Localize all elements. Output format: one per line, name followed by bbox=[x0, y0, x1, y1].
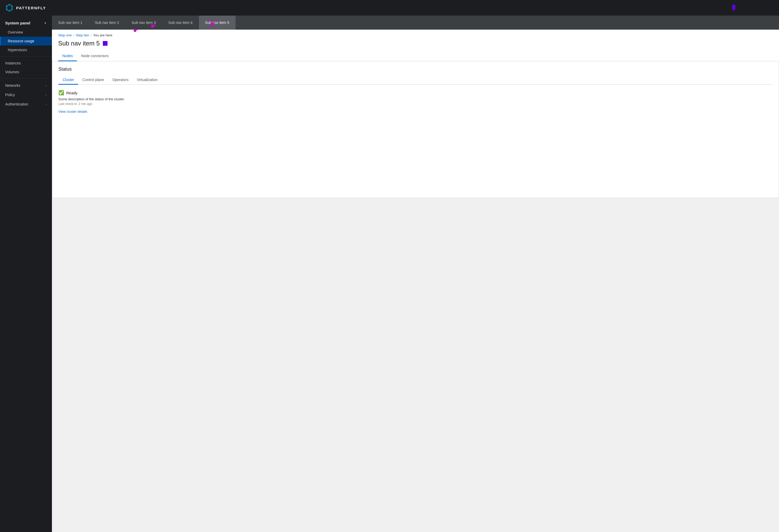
notification-area bbox=[730, 3, 737, 12]
breadcrumb-step-two[interactable]: Step two bbox=[76, 33, 89, 37]
svg-rect-8 bbox=[733, 10, 734, 11]
page-inner: Step one › Step two › You are here Sub n… bbox=[52, 29, 779, 198]
policy-chevron: › bbox=[46, 93, 47, 96]
logo-icon bbox=[5, 4, 13, 12]
authentication-chevron: › bbox=[46, 103, 47, 106]
view-cluster-details-link[interactable]: View cluster details bbox=[58, 110, 87, 114]
app-name: PATTERNFLY bbox=[16, 6, 46, 10]
status-tab-cluster[interactable]: Cluster bbox=[58, 75, 78, 85]
ready-text: Ready bbox=[66, 91, 77, 95]
system-panel-chevron: ▼ bbox=[44, 21, 47, 25]
status-tab-operators[interactable]: Operators bbox=[108, 75, 133, 85]
sidebar-divider-2 bbox=[0, 78, 52, 79]
notification-icon bbox=[730, 3, 737, 11]
logo-area: PATTERNFLY bbox=[5, 4, 46, 12]
system-panel-header[interactable]: System panel ▼ bbox=[0, 18, 52, 28]
status-description: Some description of the status of the cl… bbox=[58, 97, 773, 101]
sidebar-item-authentication[interactable]: Authentication › bbox=[0, 100, 52, 109]
page-footer-space bbox=[52, 198, 779, 250]
page-title-badge bbox=[103, 41, 108, 46]
inner-tabs: Nodes Node connectors bbox=[52, 51, 779, 61]
top-navbar: PATTERNFLY bbox=[0, 0, 779, 15]
status-tabs: Cluster Control plane Operators Virtuali… bbox=[58, 75, 773, 85]
breadcrumb-sep-2: › bbox=[91, 34, 92, 37]
sub-nav-tab-4[interactable]: Sub nav item 4 bbox=[162, 15, 199, 29]
sub-nav-tab-5[interactable]: Sub nav item 5 bbox=[199, 15, 236, 29]
sidebar-item-volumes[interactable]: Volumes bbox=[0, 67, 52, 76]
networks-chevron: › bbox=[46, 84, 47, 87]
sidebar-divider-1 bbox=[0, 56, 52, 57]
sidebar-item-hypervisors[interactable]: Hypervisors bbox=[0, 46, 52, 54]
breadcrumb-sep-1: › bbox=[73, 34, 74, 37]
content-area: Sub nav item 1 Sub nav item 2 Sub nav it… bbox=[52, 15, 779, 532]
sidebar-item-networks[interactable]: Networks › bbox=[0, 81, 52, 90]
status-content: ✅ Ready Some description of the status o… bbox=[58, 89, 773, 115]
sidebar-item-overview[interactable]: Overview bbox=[0, 28, 52, 37]
tab-nodes[interactable]: Nodes bbox=[58, 51, 77, 61]
sidebar-item-instances[interactable]: Instances bbox=[0, 59, 52, 67]
card-spacer bbox=[52, 120, 779, 198]
breadcrumb: Step one › Step two › You are here bbox=[52, 29, 779, 37]
sub-nav: Sub nav item 1 Sub nav item 2 Sub nav it… bbox=[52, 15, 779, 29]
sidebar: System panel ▼ Overview Resource usage H… bbox=[0, 15, 52, 532]
status-title: Status bbox=[58, 66, 773, 72]
status-checkin: Last check-in: 2 min ago bbox=[58, 102, 773, 106]
page-header: Sub nav item 5 bbox=[52, 37, 779, 51]
svg-marker-1 bbox=[7, 5, 11, 10]
page-content: Step one › Step two › You are here Sub n… bbox=[52, 29, 779, 532]
sidebar-item-resource-usage[interactable]: Resource usage bbox=[0, 37, 52, 46]
sidebar-item-policy[interactable]: Policy › bbox=[0, 90, 52, 100]
breadcrumb-current: You are here bbox=[93, 33, 112, 37]
status-section: Status Cluster Control plane O bbox=[52, 61, 779, 120]
sub-nav-tab-1[interactable]: Sub nav item 1 bbox=[52, 15, 88, 29]
content-card: Status Cluster Control plane O bbox=[52, 61, 779, 198]
status-tab-virtualization[interactable]: Virtualization bbox=[133, 75, 162, 85]
ready-row: ✅ Ready bbox=[58, 90, 773, 96]
system-panel-label: System panel bbox=[5, 21, 31, 25]
breadcrumb-step-one[interactable]: Step one bbox=[58, 33, 72, 37]
page-title: Sub nav item 5 bbox=[58, 40, 100, 47]
sub-nav-tab-2[interactable]: Sub nav item 2 bbox=[88, 15, 125, 29]
ready-icon: ✅ bbox=[58, 90, 64, 96]
status-tab-control-plane[interactable]: Control plane bbox=[78, 75, 108, 85]
sub-nav-tab-3[interactable]: Sub nav item 3 ☛ bbox=[125, 15, 162, 29]
tab-node-connectors[interactable]: Node connectors bbox=[77, 51, 113, 61]
